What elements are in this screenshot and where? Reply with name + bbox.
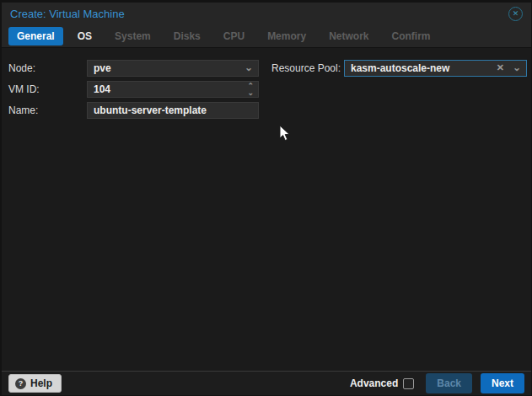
spinner-up-down-icon[interactable]: ⌃ ⌄ — [247, 83, 254, 96]
vmid-spinner[interactable]: 104 ⌃ ⌄ — [87, 81, 259, 98]
dialog-footer: ? Help Advanced Back Next — [2, 371, 531, 395]
resource-pool-combobox[interactable]: kasm-autoscale-new ✕ ⌄ — [344, 60, 527, 77]
tab-os[interactable]: OS — [69, 27, 100, 45]
node-value: pve — [94, 62, 111, 74]
advanced-label: Advanced — [350, 377, 398, 389]
tab-general[interactable]: General — [8, 27, 63, 45]
wizard-tabbar: General OS System Disks CPU Memory Netwo… — [2, 25, 531, 48]
node-label: Node: — [8, 60, 35, 77]
mouse-cursor — [279, 125, 291, 142]
back-button[interactable]: Back — [426, 373, 472, 393]
help-button[interactable]: ? Help — [8, 374, 62, 393]
create-vm-dialog: Create: Virtual Machine ✕ General OS Sys… — [2, 3, 531, 395]
tab-cpu: CPU — [215, 27, 253, 45]
vmid-label: VM ID: — [8, 81, 40, 98]
dialog-titlebar: Create: Virtual Machine ✕ — [2, 3, 531, 25]
question-circle-icon: ? — [15, 378, 26, 389]
help-button-label: Help — [30, 377, 52, 389]
name-label: Name: — [8, 102, 38, 119]
chevron-down-icon[interactable]: ⌄ — [247, 89, 254, 96]
resource-pool-label: Resource Pool: — [271, 60, 341, 77]
tab-network: Network — [320, 27, 377, 45]
name-value: ubuntu-server-template — [94, 104, 207, 116]
next-button[interactable]: Next — [481, 373, 524, 393]
close-icon[interactable]: ✕ — [508, 7, 523, 21]
dialog-title: Create: Virtual Machine — [10, 8, 508, 20]
chevron-down-icon[interactable]: ⌄ — [513, 61, 521, 76]
chevron-down-icon[interactable]: ⌄ — [245, 61, 253, 76]
tab-system: System — [106, 27, 159, 45]
resource-pool-value: kasm-autoscale-new — [351, 62, 449, 74]
advanced-checkbox[interactable] — [403, 378, 414, 389]
node-combobox[interactable]: pve ⌄ — [87, 60, 259, 77]
tab-memory: Memory — [259, 27, 314, 45]
name-input[interactable]: ubuntu-server-template — [87, 102, 259, 119]
vmid-value: 104 — [94, 83, 110, 95]
general-tab-panel: Node: pve ⌄ VM ID: 104 ⌃ ⌄ Name: ubuntu-… — [2, 48, 531, 371]
tab-confirm: Confirm — [383, 27, 438, 45]
clear-x-icon[interactable]: ✕ — [497, 61, 504, 76]
tab-disks: Disks — [165, 27, 209, 45]
